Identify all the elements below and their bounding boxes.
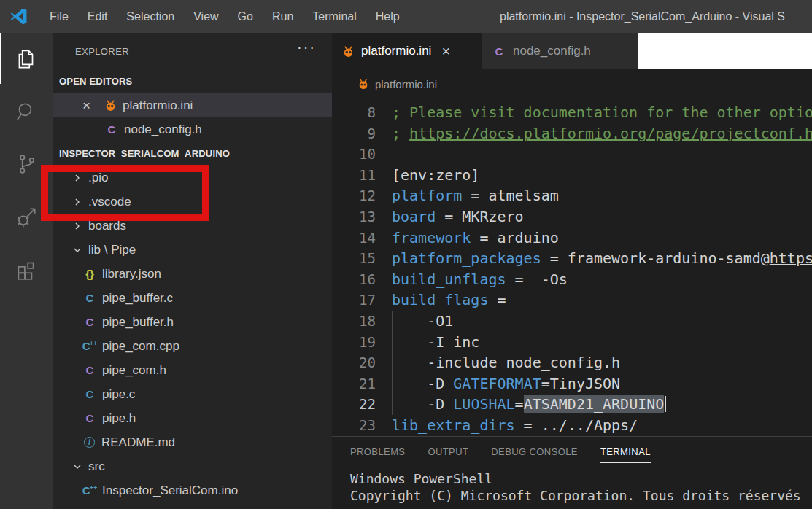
open-editor-platformio.ini[interactable]: ×platformio.ini <box>53 93 332 117</box>
menu-selection[interactable]: Selection <box>117 0 184 33</box>
project-root-label: INSPECTOR_SERIALCOM_ARDUINO <box>59 148 230 159</box>
terminal-output[interactable]: Windows PowerShellCopyright (C) Microsof… <box>350 470 812 504</box>
info-icon: i <box>84 437 95 448</box>
file-label: pipe_com.h <box>102 363 166 378</box>
platformio-ant-icon <box>342 45 355 58</box>
c-file-icon: C <box>82 388 97 400</box>
folder-label: lib \ Pipe <box>88 243 136 257</box>
code-text: build_flags = <box>392 290 506 311</box>
editor-tabs: platformio.ini×Cnode_config.h <box>332 33 812 69</box>
line-number: 21 <box>332 373 376 395</box>
line-number: 23 <box>332 415 376 436</box>
code-line: 16build_unflags = -Os <box>332 269 812 290</box>
code-text: build_unflags = -Os <box>392 269 568 290</box>
file-label: pipe_buffer.h <box>102 315 174 330</box>
code-line: 17build_flags = <box>332 290 812 311</box>
open-editor-node_config.h[interactable]: Cnode_config.h <box>53 117 332 141</box>
menu-edit[interactable]: Edit <box>78 0 117 33</box>
menu-terminal[interactable]: Terminal <box>303 0 366 33</box>
tree-file-pipe.h[interactable]: Cpipe.h <box>53 406 332 430</box>
code-text: -include node_config.h <box>392 352 620 373</box>
panel-tab-problems[interactable]: PROBLEMS <box>350 446 405 463</box>
tree-file-pipe.c[interactable]: Cpipe.c <box>53 382 332 406</box>
chevron-down-icon <box>71 243 83 257</box>
code-text: -D GATEFORMAT=TinyJSON <box>392 373 620 395</box>
menu-help[interactable]: Help <box>366 0 409 33</box>
tree-file-library.json[interactable]: {}library.json <box>53 262 332 286</box>
c-header-file-icon: C <box>492 45 506 58</box>
cpp-file-icon: C++ <box>82 340 97 352</box>
extensions-icon <box>14 257 39 281</box>
tree-file-pipe-buffer.h[interactable]: Cpipe_buffer.h <box>53 310 332 334</box>
panel-tab-output[interactable]: OUTPUT <box>428 446 468 463</box>
menu-run[interactable]: Run <box>263 0 303 33</box>
sidebar-header: EXPLORER ··· <box>53 33 332 69</box>
tree-file-README.md[interactable]: iREADME.md <box>53 430 332 454</box>
tree-folder-lib-Pipe[interactable]: lib \ Pipe <box>53 238 332 262</box>
code-line: 10 <box>332 144 812 165</box>
panel-tabs: PROBLEMSOUTPUTDEBUG CONSOLETERMINAL <box>332 437 812 463</box>
code-line: 13board = MKRzero <box>332 206 812 228</box>
files-icon <box>14 47 39 71</box>
line-number: 18 <box>332 311 376 332</box>
line-number: 8 <box>332 102 376 123</box>
menu-file[interactable]: File <box>40 0 78 33</box>
c-header-file-icon: C <box>82 412 97 424</box>
activity-extensions[interactable] <box>0 243 53 295</box>
breadcrumb-label: platformio.ini <box>375 78 437 90</box>
tab-label: node_config.h <box>513 44 591 58</box>
code-line: 22 -D LUOSHAL=ATSAMD21_ARDUINO <box>332 394 812 415</box>
open-editors-section[interactable]: OPEN EDITORS <box>53 69 332 93</box>
code-text: platform_packages = framework-arduino-sa… <box>392 248 812 269</box>
tree-folder-src[interactable]: src <box>53 454 332 478</box>
tab-platformio.ini[interactable]: platformio.ini× <box>332 33 482 69</box>
line-number: 19 <box>332 332 376 353</box>
line-number: 14 <box>332 228 376 249</box>
breadcrumb[interactable]: platformio.ini <box>332 69 812 98</box>
line-number: 10 <box>332 144 376 165</box>
file-label: pipe_buffer.c <box>102 291 173 306</box>
vscode-logo-icon <box>9 7 28 26</box>
activity-explorer[interactable] <box>0 33 53 85</box>
open-editor-label: node_config.h <box>124 123 202 137</box>
open-editors-list: ×platformio.iniCnode_config.h <box>53 93 332 141</box>
menu-bar: FileEditSelectionViewGoRunTerminalHelp <box>40 0 409 33</box>
menu-go[interactable]: Go <box>228 0 263 33</box>
menu-view[interactable]: View <box>184 0 228 33</box>
line-number: 9 <box>332 123 376 144</box>
open-editors-label: OPEN EDITORS <box>59 76 132 87</box>
code-line: 15platform_packages = framework-arduino-… <box>332 248 812 269</box>
panel-tab-terminal[interactable]: TERMINAL <box>600 446 651 463</box>
code-line: 14framework = arduino <box>332 228 812 249</box>
code-line: 18 -O1 <box>332 311 812 332</box>
active-indicator <box>0 33 1 84</box>
c-header-file-icon: C <box>82 316 97 328</box>
tree-file-pipe-com.h[interactable]: Cpipe_com.h <box>53 358 332 382</box>
red-annotation-rectangle <box>41 165 209 221</box>
more-actions-icon[interactable]: ··· <box>297 39 316 55</box>
tree-file-pipe-buffer.c[interactable]: Cpipe_buffer.c <box>53 286 332 310</box>
tree-file-pipe-com.cpp[interactable]: C++pipe_com.cpp <box>53 334 332 358</box>
json-braces-icon: {} <box>82 268 97 280</box>
sidebar-title: EXPLORER <box>75 46 129 57</box>
code-text: -O1 <box>392 311 453 332</box>
code-text: platform = atmelsam <box>392 185 559 206</box>
line-number: 12 <box>332 185 376 206</box>
activity-bar <box>0 33 53 509</box>
tabstrip-empty-area <box>638 33 812 69</box>
platformio-ant-icon <box>357 78 369 90</box>
file-label: library.json <box>102 267 161 281</box>
close-icon[interactable]: × <box>441 43 450 60</box>
project-root-section[interactable]: INSPECTOR_SERIALCOM_ARDUINO <box>53 141 332 166</box>
close-icon[interactable]: × <box>82 98 104 114</box>
open-editor-label: platformio.ini <box>123 98 193 113</box>
panel-tab-debug-console[interactable]: DEBUG CONSOLE <box>491 446 578 463</box>
code-line: 19 -I inc <box>332 332 812 353</box>
vscode-window: FileEditSelectionViewGoRunTerminalHelp p… <box>0 0 812 509</box>
tab-node_config.h[interactable]: Cnode_config.h <box>482 33 638 69</box>
line-number: 22 <box>332 394 376 415</box>
activity-search[interactable] <box>0 85 53 138</box>
code-editor[interactable]: 8; Please visit documentation for the ot… <box>332 98 812 436</box>
tree-file-Inspector-SerialCom.ino[interactable]: C++Inspector_SerialCom.ino <box>53 478 332 502</box>
code-line: 8; Please visit documentation for the ot… <box>332 102 812 123</box>
